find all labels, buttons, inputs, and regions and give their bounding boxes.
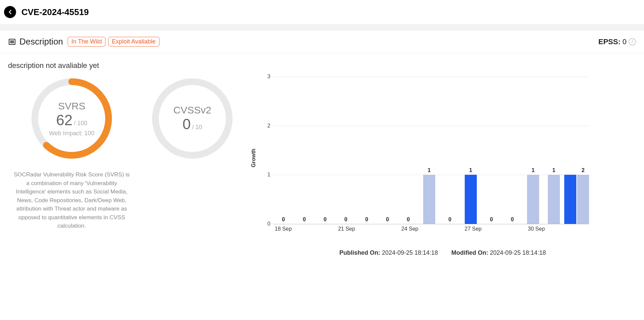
publication-meta: Published On: 2024-09-25 18:14:18 Modifi… (249, 249, 636, 256)
content-area: description not avaliable yet SVRS 62 / … (0, 53, 644, 264)
cvss-gauge: CVSSv2 0 / 10 (149, 77, 236, 256)
bar-cluster: 0 (377, 77, 398, 224)
chart-x-axis: 18 Sep21 Sep24 Sep27 Sep30 Sep (273, 226, 589, 239)
header-gap (0, 24, 644, 30)
arrow-left-icon (7, 9, 13, 15)
published-on: Published On: 2024-09-25 18:14:18 (339, 249, 438, 256)
bar-cluster: 1 (523, 77, 543, 224)
bar-cluster: 0 (440, 77, 460, 224)
bar-cluster: 1 (460, 77, 481, 224)
epss-value: 0 (623, 37, 627, 46)
page-title: CVE-2024-45519 (21, 7, 89, 17)
svrs-subtitle: Web Impact: 100 (49, 130, 94, 137)
bar-cluster: 2 (564, 77, 589, 224)
tag-in-the-wild: In The Wild (68, 37, 106, 47)
bar-cluster: 0 (356, 77, 377, 224)
bar-cluster: 0 (315, 77, 335, 224)
bar-cluster: 0 (294, 77, 315, 224)
growth-chart: Growth 0123000000010100112 18 Sep21 Sep2… (249, 77, 636, 256)
svrs-value: 62 (56, 112, 73, 129)
cvss-value: 0 (183, 116, 191, 133)
bar-cluster: 1 (419, 77, 440, 224)
tag-exploit-available: Exploit Avaliable (108, 37, 159, 47)
svrs-label: SVRS (58, 100, 85, 112)
bar-cluster: 1 (543, 77, 564, 224)
cvss-max: / 10 (192, 124, 202, 131)
bar-cluster: 0 (398, 77, 418, 224)
gauges-row: SVRS 62 / 100 Web Impact: 100 SOCRadar V… (8, 77, 236, 256)
list-icon (8, 38, 16, 46)
svrs-gauge: SVRS 62 / 100 Web Impact: 100 SOCRadar V… (8, 77, 135, 256)
cvss-label: CVSSv2 (173, 104, 211, 116)
bar-cluster: 0 (481, 77, 502, 224)
info-icon[interactable]: i (629, 38, 636, 46)
bar-cluster: 0 (335, 77, 356, 224)
chart-y-axis-label: Growth (249, 149, 258, 167)
bar-cluster: 0 (273, 77, 294, 224)
back-button[interactable] (4, 6, 16, 18)
chart-plot-area: 0123000000010100112 (259, 77, 589, 224)
modified-on: Modified On: 2024-09-25 18:14:18 (451, 249, 546, 256)
svrs-description: SOCRadar Vulnerability Risk Score (SVRS)… (8, 170, 135, 230)
epss-label: EPSS: (598, 37, 621, 46)
svrs-max: / 100 (74, 120, 87, 127)
section-header: Description In The Wild Exploit Avaliabl… (0, 30, 644, 53)
bar-cluster: 0 (502, 77, 523, 224)
page-header: CVE-2024-45519 (0, 0, 644, 24)
section-title: Description (19, 36, 63, 47)
description-text: description not avaliable yet (8, 61, 636, 70)
